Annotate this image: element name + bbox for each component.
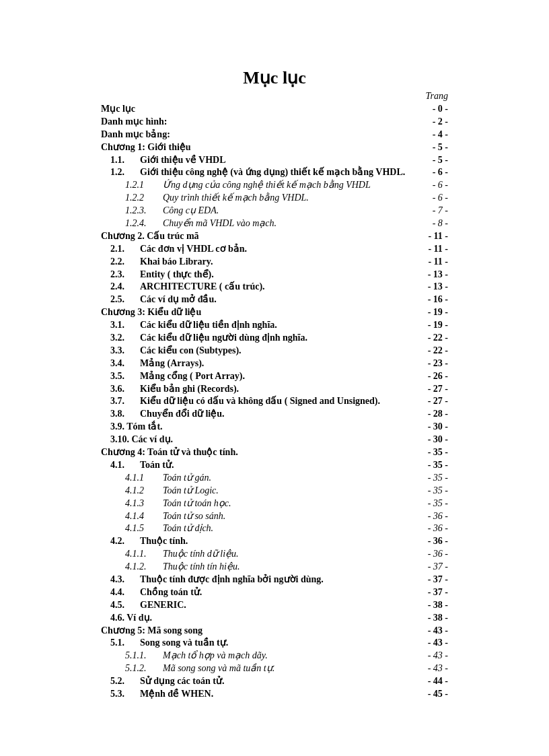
toc-entry-label: 4.6. Ví dụ.	[110, 612, 152, 625]
toc-entry-number: 5.1.	[110, 637, 140, 650]
toc-entry-number: 4.1.	[110, 459, 140, 472]
toc-entry-text: Toán tử toán học.	[163, 498, 231, 508]
toc-entry-page: - 27 -	[428, 395, 448, 408]
toc-entry: 3.1.Các kiểu dữ liệu tiền định nghĩa.- 1…	[101, 319, 448, 332]
toc-entry-label: 3.9. Tóm tắt.	[110, 421, 163, 434]
toc-entry-label: 1.2.4.Chuyển mã VHDL vào mạch.	[125, 217, 277, 230]
toc-entry-page: - 43 -	[428, 650, 448, 662]
toc-entry-text: Quy trình thiết kế mạch bằng VHDL.	[163, 193, 309, 203]
toc-entry-page: - 5 -	[433, 141, 448, 154]
toc-entry-label: 4.1.2.Thuộc tính tín hiệu.	[125, 561, 240, 574]
toc-entry-text: Các kiểu con (Subtypes).	[140, 345, 242, 355]
toc-entry-text: Thuộc tính.	[140, 536, 188, 546]
toc-entry: Chương 1: Giới thiệu- 5 -	[101, 141, 448, 154]
toc-entry-text: Giới thiệu công nghệ (và ứng dụng) thiết…	[140, 167, 405, 177]
toc-entry-text: Chương 4: Toán tử và thuộc tính.	[101, 447, 238, 457]
toc-entry-page: - 6 -	[433, 179, 448, 192]
toc-entry-text: Mã song song và mã tuần tự.	[163, 663, 274, 673]
toc-entry: 4.1.2Toán tử Logic.- 35 -	[101, 485, 448, 497]
toc-entry-page: - 11 -	[428, 243, 448, 256]
toc-entry-label: 3.7.Kiểu dữ liệu có dấu và không dấu ( S…	[110, 395, 380, 408]
toc-entry: 4.1.1Toán tử gán.- 35 -	[101, 472, 448, 485]
toc-entry-label: 1.2.1Ứng dụng của công nghệ thiết kế mạc…	[125, 179, 371, 192]
toc-entry-text: Sử dụng các toán tử.	[140, 676, 224, 686]
toc-entry: 4.1.4Toán tử so sánh.- 36 -	[101, 510, 448, 523]
toc-entry-number: 4.1.2.	[125, 561, 163, 574]
toc-entry-text: Các kiểu dữ liệu tiền định nghĩa.	[140, 320, 277, 330]
toc-entry-text: Toán tử so sánh.	[163, 511, 225, 521]
toc-entry-number: 2.5.	[110, 294, 140, 306]
toc-entry-label: 3.8.Chuyển đổi dữ liệu.	[110, 408, 225, 421]
toc-entry-page: - 35 -	[428, 459, 448, 472]
toc-entry-number: 3.3.	[110, 345, 140, 357]
toc-entry: 4.1.1.Thuộc tính dữ liệu.- 36 -	[101, 548, 448, 561]
toc-entry-number: 3.1.	[110, 319, 140, 332]
toc-entry-label: Chương 2. Cấu trúc mã	[101, 230, 199, 243]
toc-entry-page: - 13 -	[428, 269, 448, 281]
toc-entry-page: - 35 -	[428, 472, 448, 485]
toc-entry: 3.6.Kiểu bản ghi (Records).- 27 -	[101, 383, 448, 396]
toc-entry-page: - 38 -	[428, 612, 448, 625]
toc-entry: 3.2.Các kiểu dữ liệu người dùng định ngh…	[101, 332, 448, 345]
toc-entry: 3.3.Các kiểu con (Subtypes).- 22 -	[101, 345, 448, 357]
toc-entry-number: 4.3.	[110, 574, 140, 586]
toc-entry-text: 3.9. Tóm tắt.	[110, 421, 163, 432]
toc-entry: Danh mục hình:- 2 -	[101, 116, 448, 129]
toc-entry-text: Mảng cổng ( Port Array).	[140, 371, 245, 381]
toc-entry: 3.5.Mảng cổng ( Port Array).- 26 -	[101, 370, 448, 383]
toc-entry-page: - 37 -	[428, 561, 448, 574]
toc-entry-page: - 27 -	[428, 383, 448, 396]
toc-entry-page: - 6 -	[433, 192, 448, 205]
toc-entry: 3.9. Tóm tắt.- 30 -	[101, 421, 448, 434]
toc-entry-label: 2.1.Các đơn vị VHDL cơ bản.	[110, 243, 247, 256]
page-number-header: Trang	[101, 91, 448, 102]
toc-entry: Chương 4: Toán tử và thuộc tính.- 35 -	[101, 446, 448, 459]
toc-entry: 2.4.ARCHITECTURE ( cấu trúc).- 13 -	[101, 281, 448, 294]
toc-entry-text: Kiểu dữ liệu có dấu và không dấu ( Signe…	[140, 396, 380, 406]
toc-entry-page: - 6 -	[433, 166, 448, 179]
toc-entry-page: - 36 -	[428, 522, 448, 535]
toc-entry-label: 3.3.Các kiểu con (Subtypes).	[110, 345, 242, 357]
toc-entry-label: 2.3.Entity ( thực thể).	[110, 269, 214, 281]
toc-entry-label: 2.2.Khai báo Library.	[110, 256, 213, 269]
toc-entry-text: Chuyển mã VHDL vào mạch.	[163, 218, 277, 228]
toc-entry: Danh mục bảng:- 4 -	[101, 129, 448, 141]
toc-entry: 1.2.2Quy trình thiết kế mạch bằng VHDL.-…	[101, 192, 448, 205]
toc-entry-text: Giới thiệu về VHDL	[140, 155, 226, 165]
toc-entry-page: - 8 -	[433, 217, 448, 230]
toc-entry-number: 1.2.	[110, 166, 140, 179]
toc-entry-text: GENERIC.	[140, 600, 186, 610]
toc-entry-text: Công cụ EDA.	[163, 205, 219, 215]
toc-entry-label: 3.4.Mảng (Arrays).	[110, 357, 204, 370]
toc-entry: 5.1.1.Mạch tổ hợp và mạch dãy.- 43 -	[101, 650, 448, 662]
toc-entry-number: 1.2.1	[125, 179, 163, 192]
toc-entry-label: 3.10. Các ví dụ.	[110, 434, 173, 446]
toc-entry-label: 4.1.Toán tử.	[110, 459, 174, 472]
toc-entry: 5.1.Song song và tuần tự.- 43 -	[101, 637, 448, 650]
toc-entry-page: - 19 -	[428, 306, 448, 319]
toc-entry-text: Chương 2. Cấu trúc mã	[101, 231, 199, 241]
toc-entry-label: 4.2.Thuộc tính.	[110, 535, 188, 548]
toc-entry-number: 3.5.	[110, 370, 140, 383]
toc-entry-number: 5.1.1.	[125, 650, 163, 662]
toc-entry-text: Chương 5: Mã song song	[101, 625, 203, 635]
toc-entry-label: Mục lục	[101, 103, 135, 116]
toc-entry-number: 3.6.	[110, 383, 140, 396]
toc-entry-label: 1.2.Giới thiệu công nghệ (và ứng dụng) t…	[110, 166, 405, 179]
toc-entry: 3.8.Chuyển đổi dữ liệu.- 28 -	[101, 408, 448, 421]
toc-entry-page: - 37 -	[428, 586, 448, 599]
toc-entry-page: - 30 -	[428, 421, 448, 434]
toc-entry-label: 4.1.1.Thuộc tính dữ liệu.	[125, 548, 239, 561]
toc-entry-number: 3.7.	[110, 395, 140, 408]
toc-entry-label: 5.1.2.Mã song song và mã tuần tự.	[125, 662, 274, 675]
toc-entry-page: - 37 -	[428, 574, 448, 586]
toc-entry-label: 5.2.Sử dụng các toán tử.	[110, 675, 224, 688]
toc-entry: Chương 5: Mã song song- 43 -	[101, 625, 448, 638]
toc-entry-text: Khai báo Library.	[140, 256, 213, 267]
toc-entry: 4.1.2.Thuộc tính tín hiệu.- 37 -	[101, 561, 448, 574]
toc-entry: 1.2.4.Chuyển mã VHDL vào mạch.- 8 -	[101, 217, 448, 230]
toc-entry-label: 2.4.ARCHITECTURE ( cấu trúc).	[110, 281, 265, 294]
toc-entry-page: - 0 -	[433, 103, 448, 116]
toc-entry-page: - 43 -	[428, 637, 448, 650]
toc-entry-number: 4.4.	[110, 586, 140, 599]
